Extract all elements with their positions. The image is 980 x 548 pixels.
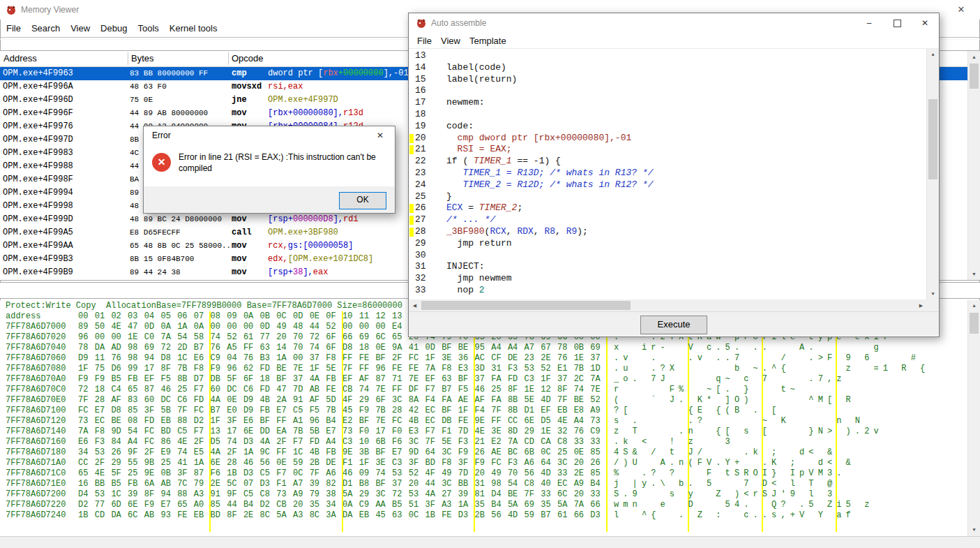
hex-address-cell: 7FF78A6D7020 <box>6 332 66 343</box>
hex-bytes-cell: CC2F29559B25411A6E2846560E592BDEF11F3EC3… <box>78 458 607 468</box>
code-line: 19code: <box>409 121 927 133</box>
hex-address-cell: 7FF78A6D71A0 <box>6 458 66 468</box>
scroll-down-icon[interactable]: ▼ <box>927 288 939 300</box>
hex-ascii-cell: j |y.\ b. 5 7 D< l T @ <box>614 479 836 489</box>
execute-button[interactable]: Execute <box>640 316 707 334</box>
close-icon[interactable]: ✕ <box>911 13 939 33</box>
code-line: 25} <box>409 191 927 203</box>
disasm-address-cell: OPM.exe+4F99B9 <box>3 266 73 279</box>
main-menu-item-kernel-tools[interactable]: Kernel tools <box>169 23 218 34</box>
disasm-address-cell: OPM.exe+4F998F <box>3 173 73 186</box>
scroll-up-icon[interactable]: ▲ <box>968 51 980 63</box>
main-menu-item-search[interactable]: Search <box>31 23 60 34</box>
code-text: nop 2 <box>446 285 485 297</box>
scroll-left-icon[interactable]: ◀ <box>409 299 421 311</box>
hex-row[interactable]: 7FF78A6D7060D911769894D81CE6C90476B31A00… <box>0 353 968 364</box>
hex-ascii-cell: .k < ! z 3 <box>614 437 734 447</box>
disasm-operands-cell: [rsp+38],eax <box>268 266 328 279</box>
bottom-status-strip <box>0 536 980 548</box>
hex-row[interactable]: 7FF78A6D71407AF89D54FCBDC5F713176EDDEA7B… <box>0 427 968 437</box>
code-text: jmp newmem <box>446 273 512 285</box>
hex-row[interactable]: 7FF78A6D71A0CC2F29559B25411A6E2846560E59… <box>0 458 968 468</box>
aa-window-title: Auto assemble <box>431 18 486 28</box>
scrollbar-thumb[interactable] <box>970 313 979 334</box>
hex-row[interactable]: 7FF78A6D71C0654E5F259E0B3F87F61BD3C5F70C… <box>0 468 968 479</box>
editor-scrollbar[interactable]: ▲ ▼ <box>926 49 939 300</box>
scrollbar-corner <box>927 299 939 311</box>
disasm-operands-cell: rcx,gs:[00000058] <box>268 239 353 253</box>
main-menu-item-debug[interactable]: Debug <box>100 23 127 34</box>
hex-row[interactable]: 7FF78A6D704078DAAD9869722DB776A5FF631470… <box>0 343 968 353</box>
hex-row[interactable]: 7FF78A6D71E016BBB5FB6AAB7C792E5C07D3F1A7… <box>0 479 968 489</box>
minimize-icon[interactable]: – <box>855 13 883 33</box>
aa-button-panel: Execute <box>409 311 939 336</box>
column-divider[interactable] <box>228 52 229 65</box>
scrollbar-thumb[interactable] <box>970 64 979 89</box>
scroll-up-icon[interactable]: ▲ <box>927 49 939 61</box>
hex-row[interactable]: 7FF78A6D72401BCDDA6CAB93FEEBBD8F2E8C5AA3… <box>0 510 968 521</box>
hex-ascii-cell: _o. 7J q~ c 7 .7,z <box>614 374 846 385</box>
aa-titlebar[interactable]: Auto assemble – ✕ <box>409 13 939 33</box>
aa-menu-item-view[interactable]: View <box>441 36 460 46</box>
assembly-editor[interactable]: 1314label(code)15label(return)1617newmem… <box>409 48 939 300</box>
disasm-bytes-cell: 8B <box>130 133 139 147</box>
aa-menu-item-template[interactable]: Template <box>469 36 506 46</box>
aa-menu-item-file[interactable]: File <box>417 36 432 46</box>
code-line: 23 TIMER_1 = R13D; /* whats in R13? */ <box>409 168 927 179</box>
main-menu-item-view[interactable]: View <box>70 23 90 34</box>
hex-row[interactable]: 7FF78A6D70E07F28AF8360DCC6FD4A0ED94B2A91… <box>0 395 968 406</box>
close-icon[interactable]: ✕ <box>365 126 395 145</box>
maximize-icon[interactable] <box>883 13 911 33</box>
hex-row[interactable]: 7FF78A6D71803453269F2FE974E54A2F1A9CFF1C… <box>0 447 968 458</box>
line-number: 17 <box>415 97 426 109</box>
hex-row[interactable]: 7FF78A6D7200D4531C398F9488A3919FC5C873A9… <box>0 489 968 500</box>
hex-address-cell: 7FF78A6D70E0 <box>6 395 66 406</box>
line-number: 16 <box>415 85 426 97</box>
hexview-scrollbar[interactable]: ▲ ▼ <box>967 300 980 536</box>
auto-assemble-window: Auto assemble – ✕ FileViewTemplate 1314l… <box>408 13 940 337</box>
scroll-up-icon[interactable]: ▲ <box>968 300 980 312</box>
disasm-address-cell: OPM.exe+4F9988 <box>3 160 73 173</box>
hex-row[interactable]: 7FF78A6D7220D2776D6EF9E765A08544B4D2CB20… <box>0 500 968 510</box>
scrollbar-thumb[interactable] <box>421 301 631 310</box>
hex-row[interactable]: 7FF78A6D712073ECBE08FDEB88D21F3FE6BFFFA1… <box>0 416 968 427</box>
editor-hscrollbar[interactable]: ◀ ▶ <box>409 299 927 311</box>
disasm-bytes-cell: 83 BB 80000000 FF <box>130 67 208 80</box>
scroll-down-icon[interactable]: ▼ <box>968 524 980 536</box>
hex-row[interactable]: 7FF78A6D70801F75D699178F7BF8F99662FDBE7E… <box>0 364 968 374</box>
hex-row[interactable]: 7FF78A6D7100FCE7D8853F5B7FFCB7E0D9FBE7C5… <box>0 406 968 416</box>
main-menu-item-file[interactable]: File <box>6 23 21 34</box>
scrollbar-thumb[interactable] <box>928 99 937 179</box>
error-titlebar[interactable]: Error ✕ <box>144 126 395 145</box>
scroll-right-icon[interactable]: ▶ <box>915 299 927 311</box>
code-text: TIMER_1 = R13D; /* whats in R13? */ <box>446 168 653 179</box>
hex-row[interactable]: 7FF78A6D70C07218C465874625F760DCC6FD477D… <box>0 385 968 395</box>
line-number: 31 <box>415 261 426 273</box>
hex-address-cell: 7FF78A6D7120 <box>6 416 66 427</box>
code-line: 16 <box>409 85 927 97</box>
disasm-bytes-cell: 89 44 24 38 <box>130 266 181 279</box>
disasm-mnemonic-cell: mov <box>232 253 247 266</box>
scroll-down-icon[interactable]: ▼ <box>968 268 980 280</box>
hex-row[interactable]: 7FF78A6D70A0F9F9B5FBEFF58BD7DB5F6F18BF37… <box>0 374 968 385</box>
hex-bytes-cell: 1F75D699178F7BF8F99662FDBE7E1F5E7FFF96FE… <box>78 364 607 374</box>
line-marker <box>409 228 414 237</box>
main-menu-item-tools[interactable]: Tools <box>137 23 158 34</box>
hex-row[interactable]: 7FF78A6D7160E6F384A4FC864E2FD574D34A2FF7… <box>0 437 968 447</box>
line-number: 30 <box>415 250 426 262</box>
error-button-strip: OK <box>144 186 395 213</box>
disasm-address-cell: OPM.exe+4F9998 <box>3 200 73 213</box>
disasm-address-cell: OPM.exe+4F99AA <box>3 239 73 253</box>
disassembler-scrollbar[interactable]: ▲ ▼ <box>967 51 980 280</box>
line-marker <box>409 204 414 213</box>
column-divider[interactable] <box>128 52 128 65</box>
line-number: 13 <box>415 50 426 62</box>
disasm-mnemonic-cell: mov <box>232 239 247 253</box>
main-close-icon[interactable]: ✕ <box>948 0 974 20</box>
disasm-address-cell: OPM.exe+4F99A5 <box>3 226 73 239</box>
hex-address-cell: 7FF78A6D7040 <box>6 343 66 353</box>
ok-button[interactable]: OK <box>339 192 386 209</box>
column-header-address: Address <box>3 53 37 64</box>
disasm-mnemonic-cell: cmp <box>232 67 247 80</box>
code-lines: 1314label(code)15label(return)1617newmem… <box>409 50 927 297</box>
